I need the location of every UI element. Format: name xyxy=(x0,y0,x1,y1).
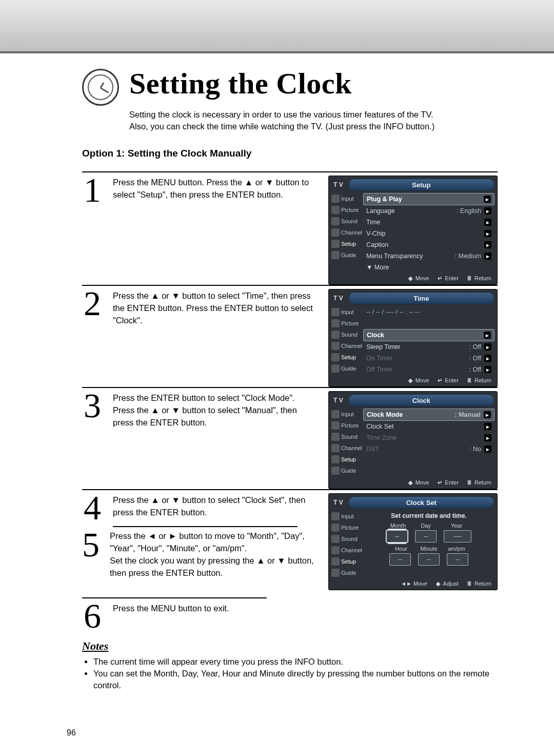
step-number: 6 xyxy=(82,602,103,631)
month-field[interactable]: -- xyxy=(386,530,408,542)
notes-section: Notes The current time will appear every… xyxy=(82,639,498,691)
step-6: 6 Press the MENU button to exit. xyxy=(82,602,498,631)
step-text: Press the MENU button to exit. xyxy=(113,602,318,615)
step-4: 4 Press the ▲ or ▼ button to select "Clo… xyxy=(82,489,498,590)
page-number: 96 xyxy=(67,728,76,738)
ampm-field[interactable]: -- xyxy=(447,553,468,566)
minute-field[interactable]: -- xyxy=(418,553,440,566)
step-number: 1 xyxy=(82,176,103,205)
step-number: 4 xyxy=(82,493,103,523)
step-text: Press the ◄ or ► button to move to "Mont… xyxy=(110,530,315,579)
notes-heading: Notes xyxy=(82,639,498,653)
chevron-right-icon: ► xyxy=(484,196,491,203)
osd-title: Setup xyxy=(348,179,494,191)
step-text: Press the ▲ or ▼ button to select "Time"… xyxy=(113,289,318,327)
note-item: You can set the Month, Day, Year, Hour a… xyxy=(93,668,498,691)
option-heading: Option 1: Setting the Clock Manually xyxy=(82,148,498,159)
year-field[interactable]: ---- xyxy=(444,530,471,542)
step-number: 2 xyxy=(82,289,103,319)
step-text: Press the ENTER button to select "Clock … xyxy=(113,391,318,429)
osd-setup: T VSetup Input Picture Sound Channel Set… xyxy=(328,176,498,285)
osd-tv-label: T V xyxy=(331,181,345,188)
step-number: 5 xyxy=(82,530,100,579)
osd-sidebar: Input Picture Sound Channel Setup Guide xyxy=(331,193,363,273)
header-bar xyxy=(0,0,554,53)
osd-clock-set: T VClock Set Input Picture Sound Channel… xyxy=(328,493,498,590)
page-title: Setting the Clock xyxy=(129,69,352,99)
manual-page: Setting the Clock Setting the clock is n… xyxy=(0,0,554,756)
step-text: Press the MENU button. Press the ▲ or ▼ … xyxy=(113,176,318,201)
step-2: 2 Press the ▲ or ▼ button to select "Tim… xyxy=(82,285,498,387)
step-3: 3 Press the ENTER button to select "Cloc… xyxy=(82,387,498,489)
intro-text: Setting the clock is necessary in order … xyxy=(129,109,498,132)
hour-field[interactable]: -- xyxy=(389,553,411,566)
step-number: 3 xyxy=(82,391,103,421)
osd-footer: ◆ Move ↵ Enter Ⅲ Return xyxy=(331,273,494,282)
step-text: Press the ▲ or ▼ button to select "Clock… xyxy=(113,493,318,579)
note-item: The current time will appear every time … xyxy=(93,656,498,668)
step-1: 1 Press the MENU button. Press the ▲ or … xyxy=(82,171,498,285)
osd-time: T VTime Input Picture Sound Channel Setu… xyxy=(328,289,498,387)
osd-clock: T VClock Input Picture Sound Channel Set… xyxy=(328,391,498,489)
clock-icon xyxy=(82,69,119,106)
day-field[interactable]: -- xyxy=(415,530,437,542)
